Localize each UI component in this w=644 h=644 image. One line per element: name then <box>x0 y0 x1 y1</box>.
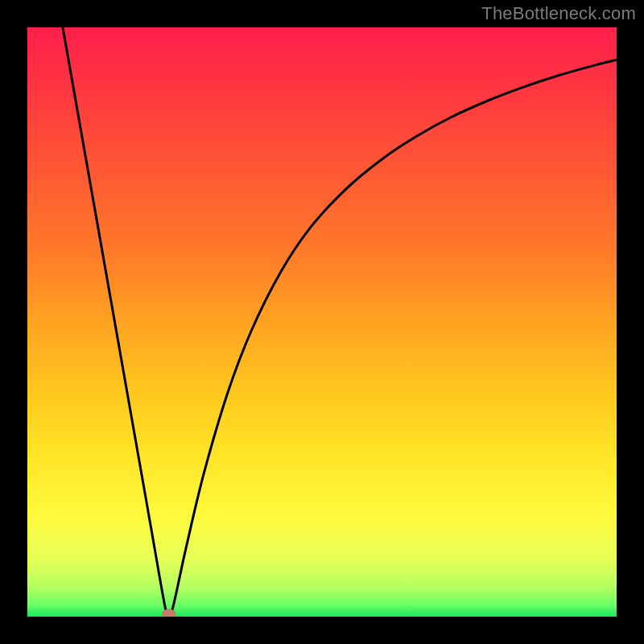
watermark-label: TheBottleneck.com <box>481 3 636 24</box>
chart-plot-area <box>27 27 617 617</box>
chart-frame: TheBottleneck.com <box>0 0 644 644</box>
chart-svg <box>27 27 617 617</box>
